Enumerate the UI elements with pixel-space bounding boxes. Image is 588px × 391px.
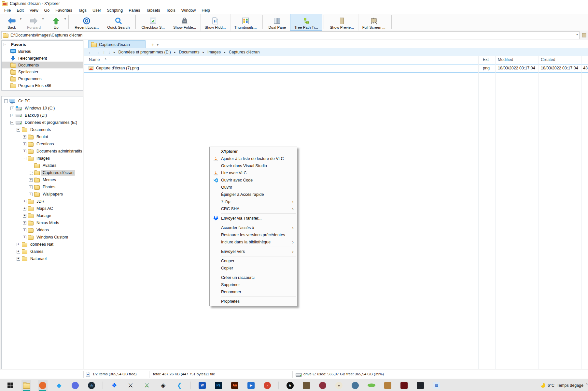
taskbar-icon-file-explorer[interactable] bbox=[21, 380, 31, 391]
tree-expander-icon[interactable]: + bbox=[23, 142, 26, 146]
context-menu-item-copier[interactable]: Copier bbox=[210, 265, 297, 272]
address-dropdown-icon[interactable]: ▾ bbox=[576, 33, 578, 36]
favorite-item-spellcaster[interactable]: Spellcaster bbox=[2, 68, 83, 75]
context-menu-item-couper[interactable]: Couper bbox=[210, 257, 297, 265]
taskbar-icon-game-blue[interactable] bbox=[350, 380, 360, 391]
context-menu-item-crc-sha[interactable]: CRC SHA› bbox=[210, 205, 297, 212]
column-header-created[interactable]: Created bbox=[541, 57, 555, 62]
nav-back-icon[interactable]: ← bbox=[87, 50, 93, 55]
tree-item-memes[interactable]: +Memes bbox=[2, 176, 83, 183]
tab-captures-decran[interactable]: Captures d'écran bbox=[88, 40, 146, 48]
tree-expander-icon[interactable]: + bbox=[23, 228, 26, 232]
collapse-icon[interactable]: − bbox=[4, 43, 7, 46]
context-menu-item-renommer[interactable]: Renommer bbox=[210, 288, 297, 296]
tree-item-donn-es-nat[interactable]: +données Nat bbox=[2, 241, 83, 248]
taskbar-icon-game-dark-red[interactable] bbox=[399, 380, 409, 391]
tree-expander-icon[interactable]: + bbox=[29, 185, 33, 189]
tree-expander-icon[interactable]: + bbox=[10, 107, 14, 110]
tree-item-photos[interactable]: +Photos bbox=[2, 183, 83, 191]
tree-item-images[interactable]: −Images bbox=[2, 155, 83, 162]
menu-help[interactable]: Help bbox=[199, 7, 213, 13]
toolbar-quick-search[interactable]: Quick Search bbox=[103, 14, 134, 31]
taskbar-icon-brush-tool[interactable]: ⚔ bbox=[126, 380, 135, 391]
tree-expander-icon[interactable]: − bbox=[4, 99, 8, 103]
tree-item-natanael[interactable]: +Natanael bbox=[2, 255, 83, 262]
tree-item-wallpapers[interactable]: +Wallpapers bbox=[2, 191, 83, 198]
column-header-name[interactable]: Name bbox=[89, 57, 100, 62]
menu-window[interactable]: Window bbox=[178, 7, 199, 13]
tree-item-documents[interactable]: −Documents bbox=[2, 126, 83, 133]
context-menu-item-ouvrir[interactable]: Ouvrir bbox=[210, 184, 297, 191]
context-menu-item-envoyer-via-transfer[interactable]: Envoyer via Transfer... bbox=[210, 215, 297, 222]
tree-item-windows-10-c[interactable]: +Windows 10 (C:) bbox=[2, 105, 83, 112]
favorite-item-documents[interactable]: Documents bbox=[2, 62, 83, 68]
new-tab-button[interactable]: + bbox=[150, 42, 156, 48]
menu-tools[interactable]: Tools bbox=[163, 7, 178, 13]
context-menu-item-propri-t-s[interactable]: Propriétés bbox=[210, 298, 297, 305]
taskbar-icon-word[interactable]: W bbox=[197, 380, 207, 391]
taskbar-icon-video-app[interactable]: ▶ bbox=[246, 380, 256, 391]
favorites-header[interactable]: − Favoris bbox=[2, 41, 83, 48]
toolbar-show-previe[interactable]: Show Previe... bbox=[326, 14, 358, 31]
file-row[interactable]: Capture d'écran (7).png png 18/03/2022 0… bbox=[84, 64, 588, 73]
tree-item-mariage[interactable]: +Mariage bbox=[2, 212, 83, 219]
tree-item-windows-custom[interactable]: +Windows Custom bbox=[2, 234, 83, 241]
tree-expander-icon[interactable]: + bbox=[23, 135, 26, 139]
context-menu-item-supprimer[interactable]: Supprimer bbox=[210, 281, 297, 288]
tree-item-documents-administratifs[interactable]: +Documents administratifs bbox=[2, 148, 83, 155]
nav-up-icon[interactable]: ↑ bbox=[102, 50, 106, 55]
taskbar-icon-game-pixel[interactable] bbox=[383, 380, 393, 391]
nav-forward-icon[interactable]: → bbox=[94, 50, 101, 55]
tray-expand-caret[interactable]: ^ bbox=[586, 383, 588, 386]
tree-expander-icon[interactable]: − bbox=[17, 128, 20, 132]
toolbar-show-folde[interactable]: KGShow Folde... bbox=[169, 14, 200, 31]
tree-item-captures-d-cran[interactable]: Captures d'écran bbox=[2, 169, 83, 176]
menu-tags[interactable]: Tags bbox=[75, 7, 90, 13]
tree-expander-icon[interactable]: + bbox=[17, 243, 20, 246]
context-menu-item-xyplorer[interactable]: XYplorer bbox=[210, 148, 297, 155]
context-menu-item-inclure-dans-la-biblioth-que[interactable]: Inclure dans la bibliothèque› bbox=[210, 239, 297, 246]
tree-item-videos[interactable]: +Videos bbox=[2, 226, 83, 234]
context-menu-item-pingler-acc-s-rapide[interactable]: Épingler à Accès rapide bbox=[210, 191, 297, 198]
taskbar-icon-unity[interactable]: ◈ bbox=[158, 380, 168, 391]
tree-expander-icon[interactable]: + bbox=[23, 207, 26, 210]
taskbar-icon-animate[interactable]: An bbox=[230, 380, 240, 391]
favorite-item-program-files-x86[interactable]: Program Files x86 bbox=[2, 82, 83, 89]
tree-item-boulot[interactable]: +Boulot bbox=[2, 133, 83, 140]
toolbar-recent-loca[interactable]: Recent Loca... bbox=[70, 14, 103, 31]
tree-item-ce-pc[interactable]: −Ce PC bbox=[2, 97, 83, 105]
taskbar-icon-mail-app[interactable]: ◆ bbox=[54, 380, 64, 391]
breadcrumb-segment-documents[interactable]: Documents bbox=[178, 50, 200, 55]
tree-item-backup-d[interactable]: +BackUp (D:) bbox=[2, 112, 83, 119]
menu-view[interactable]: View bbox=[27, 7, 41, 13]
taskbar-icon-music-app[interactable]: ♪ bbox=[262, 380, 272, 391]
context-menu-item-accorder-l-acc-s[interactable]: Accorder l'accès à› bbox=[210, 224, 297, 231]
nav-down-icon[interactable]: ↓ bbox=[107, 50, 112, 55]
taskbar-icon-game-dark[interactable] bbox=[415, 380, 425, 391]
tree-expander-icon[interactable]: + bbox=[17, 250, 20, 253]
tree-item-creations[interactable]: +Creations bbox=[2, 140, 83, 148]
toolbar-show-hidd[interactable]: HShow Hidd... bbox=[200, 14, 230, 31]
tree-expander-icon[interactable]: + bbox=[23, 150, 26, 153]
favorite-item-bureau[interactable]: Bureau bbox=[2, 48, 83, 55]
menu-user[interactable]: User bbox=[90, 7, 104, 13]
toolbar-up[interactable]: ▾Up bbox=[45, 14, 67, 31]
context-menu-item-ouvrir-dans-visual-studio[interactable]: Ouvrir dans Visual Studio bbox=[210, 162, 297, 169]
tree-expander-icon[interactable]: + bbox=[10, 114, 14, 117]
tab-list-dropdown-icon[interactable]: ▾ bbox=[156, 43, 160, 48]
toolbar-tree-path-tr[interactable]: Tree Path Tr... bbox=[290, 14, 322, 31]
taskbar-icon-cb-app[interactable]: cb bbox=[87, 380, 96, 391]
address-go-icon[interactable] bbox=[581, 33, 587, 38]
menu-edit[interactable]: Edit bbox=[14, 7, 27, 13]
weather-widget[interactable]: 6°C Temps dégagé bbox=[540, 379, 583, 391]
toolbar-forward[interactable]: ▾Forward bbox=[23, 14, 45, 31]
tree-item-games[interactable]: +Games bbox=[2, 248, 83, 255]
tree-expander-icon[interactable]: + bbox=[23, 221, 26, 225]
taskbar-icon-sword-tool[interactable]: ⚔ bbox=[142, 380, 152, 391]
menu-panes[interactable]: Panes bbox=[126, 7, 143, 13]
toolbar-back[interactable]: ▾Back bbox=[1, 14, 23, 31]
context-menu-item-envoyer-vers[interactable]: Envoyer vers› bbox=[210, 248, 297, 255]
dropdown-arrow-icon[interactable]: ▾ bbox=[64, 17, 66, 21]
taskbar-icon-ufo-app[interactable] bbox=[367, 380, 376, 391]
breadcrumb-segment-images[interactable]: Images bbox=[206, 50, 222, 55]
